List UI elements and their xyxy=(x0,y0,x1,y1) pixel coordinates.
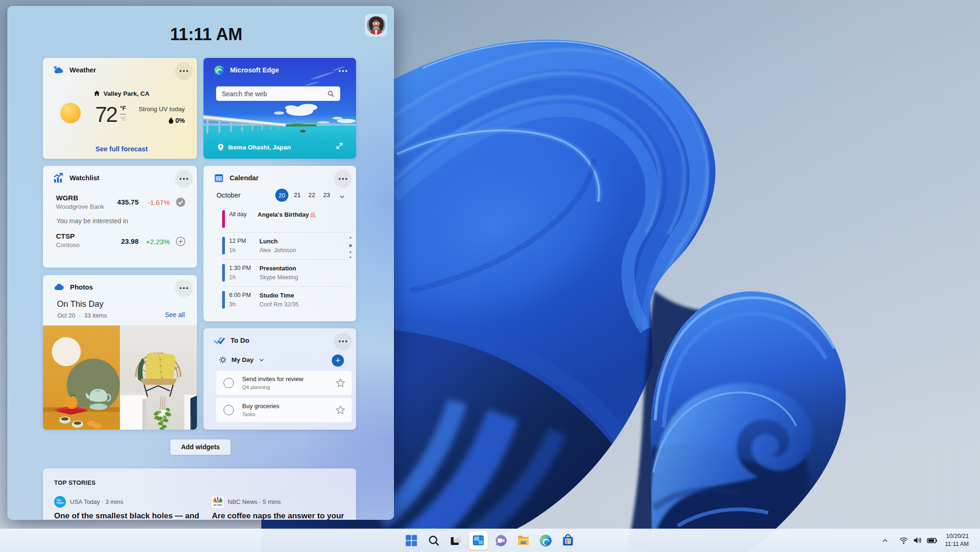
svg-text:USA: USA xyxy=(56,499,61,502)
svg-text:NBC NEWS: NBC NEWS xyxy=(213,504,222,506)
svg-text:TODAY: TODAY xyxy=(56,502,64,504)
